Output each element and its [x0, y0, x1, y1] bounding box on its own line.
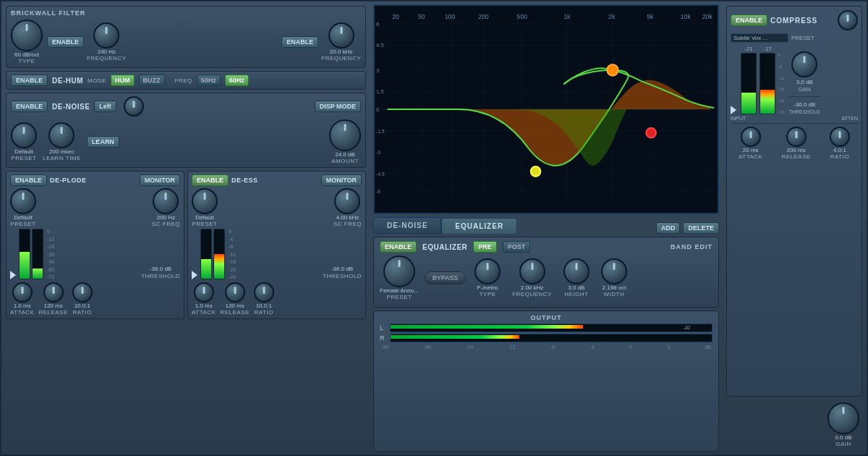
dehum-buzz-btn[interactable]: BUZZ: [139, 75, 165, 86]
comp-scale-18: -18: [778, 87, 785, 91]
deess-attack-knob[interactable]: [194, 282, 214, 303]
denoise-amount-knob[interactable]: [329, 119, 361, 151]
denoise-enable-btn[interactable]: ENABLE: [11, 101, 48, 112]
left-panel: BRICKWALL FILTER 60 dB/oct TYPE ENABLE 2…: [1, 1, 370, 455]
eq-preset-knob[interactable]: [383, 256, 415, 287]
deess-scale-0: 0: [229, 229, 236, 234]
deplode-preset-knob[interactable]: [10, 188, 36, 214]
comp-release-label: RELEASE: [781, 153, 810, 160]
deess-monitor-btn[interactable]: MONITOR: [321, 174, 362, 186]
eq-post-btn[interactable]: POST: [503, 241, 531, 253]
eq-height-knob[interactable]: [563, 258, 590, 284]
eq-freq-knob[interactable]: [519, 258, 545, 284]
denoise-channel-btn[interactable]: Left: [94, 101, 116, 112]
tab-equalizer[interactable]: EQUALIZER: [441, 218, 517, 234]
brickwall-type-label: TYPE: [19, 58, 35, 64]
deess-release-knob[interactable]: [225, 282, 245, 303]
comp-scale-24: -24: [778, 98, 785, 103]
dehum-hum-btn[interactable]: HUM: [111, 75, 135, 86]
delete-btn[interactable]: DELETE: [683, 222, 719, 234]
deess-scale-12: -12: [229, 252, 236, 257]
dehum-50hz-btn[interactable]: 50Hz: [197, 75, 221, 86]
output-r-meter-fill: [391, 335, 519, 339]
tabs-row: DE-NOISE EQUALIZER ADD DELETE: [373, 217, 719, 234]
eq-display: 20 50 100 200 500 1k 2k 5k 10k 20k 6 4.5…: [373, 4, 719, 214]
svg-text:10k: 10k: [681, 13, 692, 20]
deplode-ratio-value: 10.0:1: [75, 303, 90, 309]
dehum-enable-btn[interactable]: ENABLE: [11, 75, 48, 86]
eq-pre-btn[interactable]: PRE: [473, 241, 497, 253]
scale-neg24: -24: [466, 345, 473, 350]
deplode-enable-btn[interactable]: ENABLE: [10, 174, 47, 186]
brickwall-freq1-knob[interactable]: [93, 22, 119, 48]
deplode-preset-label: PRESET: [10, 221, 35, 227]
deplode-release-knob[interactable]: [43, 282, 64, 303]
eq-bypass-btn[interactable]: BYPASS: [425, 271, 466, 284]
brickwall-enable2-btn[interactable]: ENABLE: [281, 36, 318, 48]
comp-input-meter: [741, 53, 757, 114]
comp-atten-label: ATTEN: [842, 116, 858, 121]
deess-scale-16: -16: [229, 259, 236, 264]
comp-atten-meter: [760, 53, 775, 114]
svg-text:5k: 5k: [647, 13, 654, 20]
deess-enable-btn[interactable]: ENABLE: [192, 174, 229, 186]
comp-preset-label: PRESET: [791, 35, 814, 41]
svg-text:-3: -3: [376, 150, 380, 155]
denoise-learntime-knob[interactable]: [48, 122, 75, 148]
denoise-learn-btn[interactable]: LEARN: [87, 136, 119, 148]
deess-scfreq-knob[interactable]: [334, 188, 360, 214]
svg-text:2k: 2k: [608, 13, 616, 20]
deplode-label: DE-PLODE: [50, 177, 87, 184]
brickwall-enable1-btn[interactable]: ENABLE: [47, 36, 84, 48]
comp-attack-knob[interactable]: [741, 127, 761, 147]
eq-point-orange[interactable]: [607, 64, 618, 76]
comp-release-knob[interactable]: [786, 127, 807, 147]
eq-width-knob[interactable]: [601, 258, 627, 284]
comp-main-gain-knob[interactable]: [791, 51, 817, 77]
deess-release-value: 120 ms: [225, 303, 244, 309]
deess-scale-20: -20: [229, 267, 236, 272]
deplode-ratio-knob[interactable]: [72, 282, 93, 303]
brickwall-freq2-knob[interactable]: [328, 22, 354, 48]
comp-preset-input[interactable]: [731, 33, 788, 43]
eq-point-yellow[interactable]: [531, 166, 541, 177]
deplode-monitor-btn[interactable]: MONITOR: [140, 174, 180, 186]
deplode-input-meter: [19, 229, 30, 279]
deess-threshold-value: -36.0 dB: [331, 266, 353, 272]
eq-type-knob[interactable]: [475, 258, 501, 284]
eq-preset-value: Female Anno...: [380, 287, 419, 294]
deplode-preset-value: Default: [14, 214, 32, 221]
eq-enable-btn[interactable]: ENABLE: [380, 241, 417, 253]
svg-text:6: 6: [376, 21, 379, 28]
comp-ratio-label: RATIO: [830, 153, 849, 160]
deess-preset-knob[interactable]: [192, 188, 218, 214]
output-gain-label: GAIN: [835, 441, 851, 447]
deess-ratio-label: RATIO: [255, 309, 273, 316]
comp-enable-btn[interactable]: ENABLE: [731, 14, 767, 26]
tab-denoise[interactable]: DE-NOISE: [373, 217, 441, 234]
brickwall-freq2-value: 20.0 kHz: [330, 48, 353, 55]
denoise-preset-knob[interactable]: [11, 122, 37, 148]
deplode-release-value: 120 ms: [43, 303, 62, 309]
brickwall-type-knob[interactable]: [11, 20, 43, 51]
svg-text:-4.5: -4.5: [376, 172, 385, 177]
denoise-dispmode-btn[interactable]: DISP MODE: [315, 101, 361, 112]
output-gain-knob[interactable]: [827, 402, 859, 434]
deplode-attack-knob[interactable]: [12, 282, 33, 303]
deess-release-label: RELEASE: [220, 309, 249, 316]
comp-ratio-knob[interactable]: [830, 127, 850, 147]
deplode-scale-0: 0: [47, 229, 54, 234]
dehum-60hz-btn[interactable]: 60Hz: [225, 75, 249, 86]
eq-point-red[interactable]: [646, 128, 656, 138]
comp-gain-knob-top[interactable]: [838, 10, 858, 30]
deess-ratio-knob[interactable]: [254, 282, 274, 303]
deplode-section: ENABLE DE-PLODE MONITOR Default PRESET 2…: [6, 171, 184, 319]
bottom-sections: ENABLE DE-PLODE MONITOR Default PRESET 2…: [6, 171, 366, 319]
denoise-channel-knob[interactable]: [124, 96, 144, 117]
output-title: OUTPUT: [380, 314, 712, 321]
deplode-scfreq-knob[interactable]: [153, 188, 179, 214]
deess-scale-8: -8: [229, 244, 236, 249]
deplode-scfreq-value: 200 Hz: [157, 214, 175, 221]
deess-scale-24: -24: [229, 274, 236, 279]
add-btn[interactable]: ADD: [656, 222, 681, 234]
